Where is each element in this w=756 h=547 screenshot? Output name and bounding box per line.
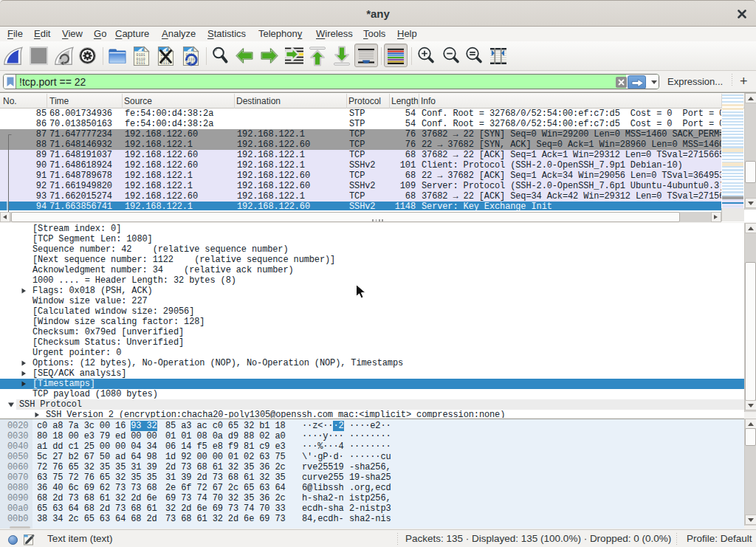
svg-text:0101: 0101 <box>137 53 145 57</box>
svg-text:0111: 0111 <box>137 61 145 65</box>
svg-text:0110: 0110 <box>137 58 145 61</box>
